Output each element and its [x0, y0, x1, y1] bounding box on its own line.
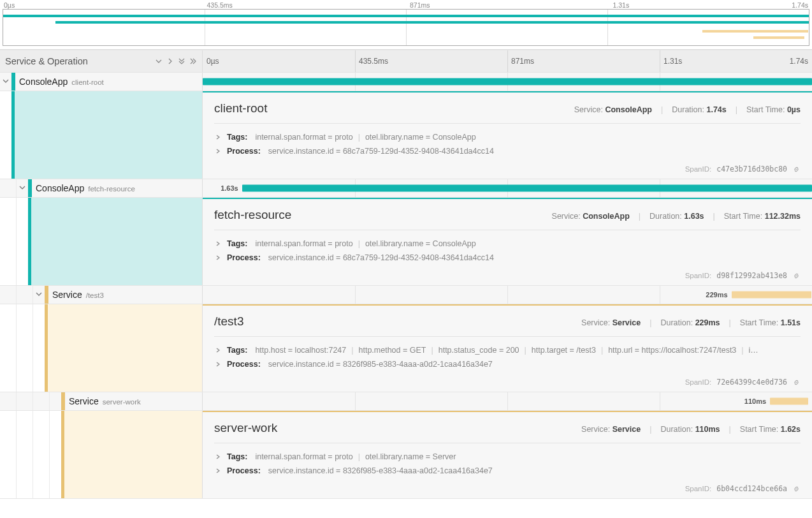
double-chevron-right-icon[interactable] [189, 57, 197, 65]
span-bar-label: 1.63s [221, 184, 238, 192]
indent-guide [0, 91, 11, 179]
minimap-span-bar [55, 21, 809, 24]
span-bar-track[interactable]: 110ms [203, 392, 812, 410]
indent-guide [0, 179, 17, 197]
span-title: Serviceserver-work [65, 392, 145, 410]
gridline [660, 286, 660, 304]
indent-guide [50, 411, 61, 498]
expand-toggle[interactable] [33, 291, 45, 299]
span-id-value: c47e3b716d30bc80 [716, 165, 787, 174]
span-row[interactable]: Service/test3229ms [0, 286, 812, 304]
process-row[interactable]: Process:service.instance.id = 68c7a759-1… [214, 144, 801, 158]
detail-highlight [11, 91, 202, 179]
span-detail-panel: client-rootService: ConsoleApp|Duration:… [203, 91, 812, 179]
process-row[interactable]: Process:service.instance.id = 8326f985-e… [214, 464, 801, 478]
header-title: Service & Operation [5, 56, 88, 66]
span-detail-panel: /test3Service: Service|Duration: 229ms|S… [203, 304, 812, 392]
ruler-tick: 871ms [511, 57, 534, 66]
span-bar-label: 229ms [706, 291, 727, 299]
span-row-left[interactable]: ConsoleAppclient-root [0, 73, 203, 91]
indent-guide [17, 286, 33, 304]
deep-link-icon[interactable] [792, 165, 801, 174]
timeline-ruler: 0µs435.5ms871ms1.31s1.74s [203, 50, 812, 72]
gridline [507, 286, 508, 304]
operation-name: client-root [71, 78, 104, 86]
span-bar-label: 110ms [744, 397, 766, 405]
span-id-row: SpanID:d98f12992ab413e8 [214, 271, 801, 280]
detail-meta: Service: ConsoleApp|Duration: 1.74s|Star… [574, 105, 801, 114]
span-duration-bar [203, 78, 812, 85]
collapse-all-icon[interactable] [155, 57, 163, 65]
expand-toggle[interactable] [0, 78, 11, 85]
indent-guide [33, 411, 50, 498]
span-detail-row: client-rootService: ConsoleApp|Duration:… [0, 91, 812, 179]
detail-header: server-workService: Service|Duration: 11… [214, 421, 801, 443]
indent-guide [0, 198, 17, 285]
span-id-value: 6b04ccd124bce66a [716, 484, 787, 493]
span-row[interactable]: ConsoleAppclient-root [0, 73, 812, 91]
expand-toggle[interactable] [17, 184, 28, 192]
operation-name: /test3 [86, 292, 104, 299]
service-name: ConsoleApp [36, 183, 84, 193]
double-chevron-down-icon[interactable] [178, 57, 185, 65]
indent-guide [0, 392, 17, 410]
minimap-span-bar [3, 15, 809, 17]
span-detail-row: /test3Service: Service|Duration: 229ms|S… [0, 304, 812, 392]
detail-operation-name: fetch-resource [214, 208, 291, 222]
span-id-row: SpanID:c47e3b716d30bc80 [214, 165, 801, 174]
span-duration-bar [242, 185, 812, 192]
ruler-tick: 1.31s [663, 57, 682, 66]
chevron-right-icon[interactable] [166, 57, 174, 65]
detail-highlight [45, 304, 202, 392]
gridline [507, 392, 508, 410]
gridline [507, 50, 508, 72]
minimap-span-bar [753, 36, 804, 39]
tags-row[interactable]: Tags:internal.span.format = proto|otel.l… [214, 450, 801, 464]
minimap-tick: 1.74s [792, 1, 808, 9]
process-row[interactable]: Process:service.instance.id = 8326f985-e… [214, 357, 801, 371]
column-header: Service & Operation 0µs435.5ms871ms1.31s… [0, 50, 812, 73]
minimap-tick: 871ms [410, 1, 430, 9]
detail-highlight [61, 411, 202, 498]
service-operation-header: Service & Operation [0, 50, 203, 72]
service-name: Service [69, 396, 99, 406]
span-duration-bar [732, 292, 812, 299]
span-title: ConsoleAppfetch-resource [32, 179, 139, 197]
ruler-tick: 0µs [207, 57, 219, 66]
span-id-value: d98f12992ab413e8 [716, 271, 787, 280]
span-row[interactable]: ConsoleAppfetch-resource1.63s [0, 179, 812, 198]
indent-guide [0, 286, 17, 304]
deep-link-icon[interactable] [792, 272, 801, 280]
deep-link-icon[interactable] [792, 378, 801, 387]
span-row[interactable]: Serviceserver-work110ms [0, 392, 812, 411]
span-title: Service/test3 [48, 286, 108, 304]
span-row-left[interactable]: Serviceserver-work [0, 392, 203, 410]
minimap-tick: 0µs [4, 1, 15, 9]
detail-operation-name: server-work [214, 421, 277, 435]
span-duration-bar [770, 398, 808, 405]
detail-header: client-rootService: ConsoleApp|Duration:… [214, 101, 801, 124]
minimap-body[interactable] [3, 9, 809, 46]
deep-link-icon[interactable] [792, 485, 801, 493]
span-bar-track[interactable]: 229ms [203, 286, 812, 304]
process-row[interactable]: Process:service.instance.id = 68c7a759-1… [214, 251, 801, 265]
indent-guide [33, 392, 50, 410]
indent-guide [0, 411, 17, 498]
tags-row[interactable]: Tags:internal.span.format = proto|otel.l… [214, 130, 801, 144]
span-row-left[interactable]: Service/test3 [0, 286, 203, 304]
minimap[interactable]: 0µs435.5ms871ms1.31s1.74s [0, 0, 812, 50]
span-bar-track[interactable] [203, 73, 812, 91]
span-row-left[interactable]: ConsoleAppfetch-resource [0, 179, 203, 197]
detail-meta: Service: Service|Duration: 229ms|Start T… [581, 318, 801, 327]
tags-row[interactable]: Tags:http.host = localhost:7247|http.met… [214, 343, 801, 357]
span-bar-track[interactable]: 1.63s [203, 179, 812, 197]
detail-meta: Service: ConsoleApp|Duration: 1.63s|Star… [552, 212, 801, 221]
gridline [660, 392, 660, 410]
span-id-row: SpanID:6b04ccd124bce66a [214, 484, 801, 493]
operation-name: fetch-resource [88, 185, 135, 193]
span-id-value: 72e64399c4e0d736 [716, 378, 787, 387]
service-name: ConsoleApp [19, 77, 68, 87]
tags-row[interactable]: Tags:internal.span.format = proto|otel.l… [214, 237, 801, 251]
detail-header: fetch-resourceService: ConsoleApp|Durati… [214, 208, 801, 230]
detail-highlight [28, 198, 202, 285]
